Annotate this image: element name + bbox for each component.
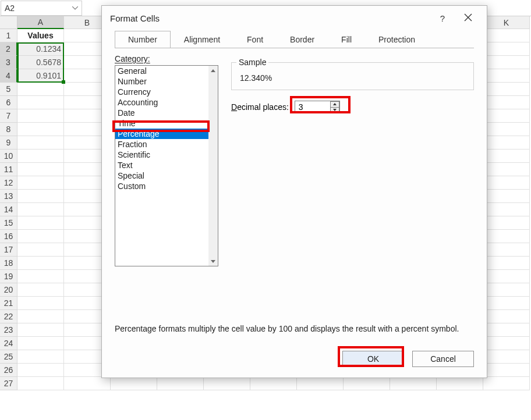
cell[interactable]: 0.9101 xyxy=(17,69,64,83)
cell[interactable] xyxy=(17,230,64,243)
category-item[interactable]: Date xyxy=(115,108,208,118)
cancel-button[interactable]: Cancel xyxy=(412,351,474,367)
cell[interactable] xyxy=(17,323,64,337)
cell[interactable] xyxy=(17,216,64,230)
row-header[interactable]: 3 xyxy=(0,56,17,69)
category-item[interactable]: General xyxy=(115,66,208,76)
cell[interactable] xyxy=(17,377,64,390)
tab-font[interactable]: Font xyxy=(233,31,277,48)
cell[interactable] xyxy=(17,283,64,297)
row-header[interactable]: 13 xyxy=(0,190,17,203)
cell[interactable] xyxy=(483,257,530,270)
cell[interactable] xyxy=(111,377,157,390)
cell[interactable] xyxy=(157,377,204,390)
row-header[interactable]: 27 xyxy=(0,377,17,390)
row-header[interactable]: 22 xyxy=(0,310,17,323)
cell[interactable] xyxy=(17,297,64,310)
row-header[interactable]: 6 xyxy=(0,96,17,109)
row-header[interactable]: 7 xyxy=(0,109,17,123)
row-header[interactable]: 26 xyxy=(0,364,17,377)
cell[interactable] xyxy=(483,96,530,109)
row-header[interactable]: 12 xyxy=(0,176,17,190)
cell[interactable] xyxy=(483,42,530,56)
name-box[interactable]: A2 xyxy=(1,1,82,16)
cell[interactable] xyxy=(204,377,250,390)
row-header[interactable]: 15 xyxy=(0,216,17,230)
close-button[interactable] xyxy=(455,7,481,29)
cell[interactable] xyxy=(483,56,530,69)
cell[interactable] xyxy=(17,123,64,136)
cell[interactable] xyxy=(437,377,483,390)
cell[interactable] xyxy=(483,176,530,190)
row-header[interactable]: 5 xyxy=(0,83,17,96)
cell[interactable] xyxy=(483,136,530,150)
category-item[interactable]: Scientific xyxy=(115,150,208,160)
cell[interactable] xyxy=(483,297,530,310)
cell[interactable] xyxy=(483,377,530,390)
category-item[interactable]: Time xyxy=(115,118,208,129)
category-listbox[interactable]: GeneralNumberCurrencyAccountingDateTimeP… xyxy=(115,65,218,266)
cell[interactable] xyxy=(17,270,64,283)
row-header[interactable]: 9 xyxy=(0,136,17,150)
cell[interactable] xyxy=(483,337,530,350)
cell[interactable] xyxy=(17,243,64,257)
cell[interactable] xyxy=(483,163,530,176)
cell[interactable] xyxy=(483,29,530,42)
cell[interactable] xyxy=(17,150,64,163)
cell[interactable] xyxy=(17,136,64,150)
cell[interactable] xyxy=(483,323,530,337)
tab-fill[interactable]: Fill xyxy=(328,31,365,48)
col-header[interactable]: A xyxy=(17,16,64,29)
cell[interactable] xyxy=(64,377,111,390)
cell[interactable] xyxy=(483,203,530,216)
category-item[interactable]: Text xyxy=(115,160,208,170)
cell[interactable] xyxy=(483,364,530,377)
cell[interactable] xyxy=(17,203,64,216)
cell[interactable] xyxy=(17,190,64,203)
cell[interactable] xyxy=(17,163,64,176)
tab-alignment[interactable]: Alignment xyxy=(171,31,233,48)
cell[interactable] xyxy=(17,109,64,123)
cell[interactable] xyxy=(483,83,530,96)
cell[interactable] xyxy=(17,310,64,323)
cell[interactable] xyxy=(17,337,64,350)
category-item[interactable]: Custom xyxy=(115,181,208,191)
cell[interactable] xyxy=(297,377,344,390)
chevron-down-icon[interactable] xyxy=(72,5,78,11)
cell[interactable] xyxy=(17,176,64,190)
row-header[interactable]: 2 xyxy=(0,42,17,56)
cell[interactable] xyxy=(483,109,530,123)
scroll-down-icon[interactable] xyxy=(208,257,218,266)
tab-number[interactable]: Number xyxy=(115,31,171,48)
row-header[interactable]: 23 xyxy=(0,323,17,337)
row-header[interactable]: 21 xyxy=(0,297,17,310)
category-item[interactable]: Fraction xyxy=(115,139,208,150)
scrollbar[interactable] xyxy=(208,66,218,266)
cell[interactable] xyxy=(17,257,64,270)
row-header[interactable]: 16 xyxy=(0,230,17,243)
cell[interactable]: 0.1234 xyxy=(17,42,64,56)
select-all-corner[interactable] xyxy=(0,16,17,29)
row-header[interactable]: 18 xyxy=(0,257,17,270)
cell[interactable] xyxy=(483,243,530,257)
row-header[interactable]: 8 xyxy=(0,123,17,136)
cell[interactable] xyxy=(483,310,530,323)
ok-button[interactable]: OK xyxy=(342,351,404,367)
row-header[interactable]: 4 xyxy=(0,69,17,83)
row-header[interactable]: 25 xyxy=(0,350,17,364)
category-item[interactable]: Special xyxy=(115,170,208,181)
row-header[interactable]: 20 xyxy=(0,283,17,297)
cell[interactable]: 0.5678 xyxy=(17,56,64,69)
cell[interactable] xyxy=(250,377,297,390)
cell[interactable] xyxy=(344,377,390,390)
col-header[interactable]: K xyxy=(483,16,530,29)
help-button[interactable]: ? xyxy=(430,7,455,29)
row-header[interactable]: 10 xyxy=(0,150,17,163)
scroll-up-icon[interactable] xyxy=(208,66,218,75)
row-header[interactable]: 11 xyxy=(0,163,17,176)
cell[interactable] xyxy=(17,96,64,109)
row-header[interactable]: 17 xyxy=(0,243,17,257)
cell[interactable] xyxy=(483,69,530,83)
category-item[interactable]: Number xyxy=(115,76,208,87)
spinner-down-button[interactable] xyxy=(330,107,339,113)
